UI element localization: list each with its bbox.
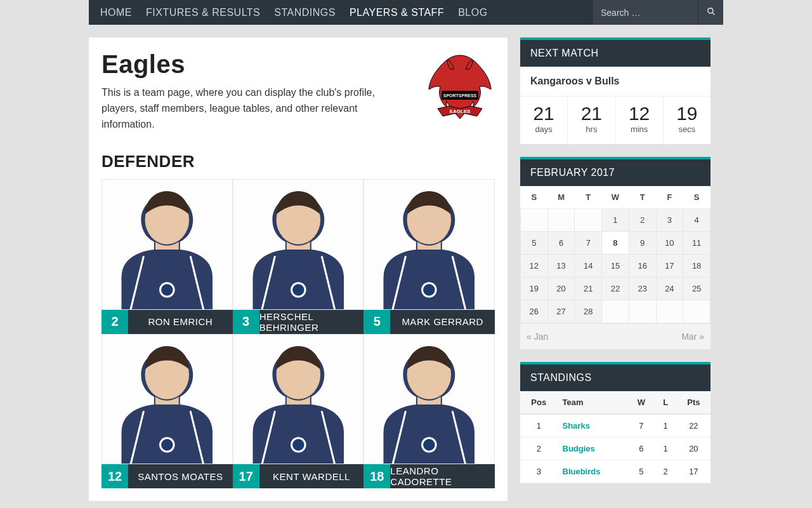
player-number: 12 bbox=[102, 464, 128, 488]
page-title: Eagles bbox=[102, 50, 406, 79]
calendar-day[interactable]: 27 bbox=[547, 300, 575, 323]
svg-line-1 bbox=[712, 13, 714, 15]
player-card[interactable]: 3 HERSCHEL BEHRINGER bbox=[233, 179, 364, 334]
calendar-dow: F bbox=[656, 186, 683, 209]
svg-point-34 bbox=[292, 439, 304, 450]
widget-next-match: NEXT MATCH Kangaroos v Bulls 21days21hrs… bbox=[520, 37, 710, 144]
widget-heading: FEBRUARY 2017 bbox=[520, 159, 710, 186]
calendar-day bbox=[656, 300, 683, 323]
top-nav: HOMEFIXTURES & RESULTSSTANDINGSPLAYERS &… bbox=[89, 0, 723, 25]
calendar-day[interactable]: 18 bbox=[683, 255, 710, 277]
calendar-day[interactable]: 13 bbox=[547, 255, 575, 277]
calendar-day[interactable]: 6 bbox=[547, 232, 575, 255]
calendar-day[interactable]: 19 bbox=[521, 277, 548, 300]
calendar-day[interactable]: 1 bbox=[602, 209, 629, 232]
calendar-day[interactable]: 21 bbox=[575, 277, 602, 300]
widget-standings: STANDINGS PosTeamWLPts 1Sharks71222Budgi… bbox=[520, 362, 710, 483]
standings-team-link[interactable]: Budgies bbox=[563, 444, 595, 453]
calendar-table: SMTWTFS 12345678910111213141516171819202… bbox=[520, 186, 710, 323]
widget-heading: STANDINGS bbox=[520, 364, 710, 391]
widget-heading: NEXT MATCH bbox=[520, 40, 710, 67]
calendar-day bbox=[683, 300, 710, 323]
search-form bbox=[593, 0, 723, 25]
player-number: 18 bbox=[363, 464, 390, 488]
calendar-day[interactable]: 16 bbox=[629, 255, 656, 277]
countdown-mins: 12mins bbox=[616, 97, 664, 144]
nav-item-standings[interactable]: STANDINGS bbox=[274, 7, 336, 18]
calendar-next[interactable]: Mar » bbox=[681, 331, 704, 342]
calendar-day[interactable]: 17 bbox=[656, 255, 683, 277]
next-match-title[interactable]: Kangaroos v Bulls bbox=[520, 67, 710, 97]
standings-col: Pos bbox=[520, 391, 558, 414]
player-name: KENT WARDELL bbox=[259, 464, 364, 488]
countdown: 21days21hrs12mins19secs bbox=[520, 97, 710, 144]
calendar-day[interactable]: 9 bbox=[629, 232, 656, 255]
countdown-secs: 19secs bbox=[664, 97, 710, 144]
player-number: 17 bbox=[233, 464, 259, 488]
calendar-day[interactable]: 26 bbox=[521, 300, 548, 323]
calendar-dow: S bbox=[683, 186, 710, 209]
calendar-day[interactable]: 24 bbox=[656, 277, 683, 300]
calendar-day[interactable]: 23 bbox=[629, 277, 656, 300]
player-photo bbox=[233, 179, 364, 310]
standings-row: 2Budgies6120 bbox=[520, 438, 710, 460]
calendar-dow: M bbox=[547, 186, 575, 209]
player-card[interactable]: 5 MARK GERRARD bbox=[363, 179, 495, 334]
search-icon bbox=[707, 8, 716, 18]
calendar-day[interactable]: 28 bbox=[575, 300, 602, 323]
calendar-day[interactable]: 11 bbox=[683, 232, 710, 255]
team-description: This is a team page, where you can displ… bbox=[102, 85, 406, 132]
nav-item-blog[interactable]: BLOG bbox=[458, 7, 487, 18]
player-photo bbox=[233, 334, 364, 465]
calendar-day[interactable]: 7 bbox=[575, 232, 602, 255]
calendar-day[interactable]: 2 bbox=[629, 209, 656, 232]
countdown-days: 21days bbox=[520, 97, 568, 144]
calendar-day[interactable]: 15 bbox=[602, 255, 629, 277]
calendar-day[interactable]: 3 bbox=[656, 209, 683, 232]
standings-col: W bbox=[628, 391, 655, 414]
calendar-day[interactable]: 14 bbox=[575, 255, 602, 277]
calendar-dow: S bbox=[521, 186, 548, 209]
calendar-prev[interactable]: « Jan bbox=[527, 331, 548, 342]
calendar-day bbox=[629, 300, 656, 323]
player-card[interactable]: 18 LEANDRO CADORETTE bbox=[363, 334, 495, 489]
player-number: 5 bbox=[363, 310, 390, 334]
calendar-day bbox=[575, 209, 602, 232]
countdown-hrs: 21hrs bbox=[568, 97, 615, 144]
standings-team-link[interactable]: Bluebirds bbox=[563, 467, 601, 476]
search-button[interactable] bbox=[698, 0, 723, 25]
player-number: 3 bbox=[233, 310, 259, 334]
nav-item-players-staff[interactable]: PLAYERS & STAFF bbox=[350, 7, 444, 18]
calendar-day bbox=[521, 209, 548, 232]
player-name: RON EMRICH bbox=[128, 310, 233, 334]
calendar-day[interactable]: 10 bbox=[656, 232, 683, 255]
calendar-dow: T bbox=[629, 186, 656, 209]
calendar-day[interactable]: 25 bbox=[683, 277, 710, 300]
search-input[interactable] bbox=[593, 0, 698, 25]
nav-item-home[interactable]: HOME bbox=[100, 7, 132, 18]
calendar-dow: T bbox=[575, 186, 602, 209]
section-heading-defender: DEFENDER bbox=[102, 152, 495, 171]
svg-point-22 bbox=[423, 284, 435, 295]
nav-item-fixtures-results[interactable]: FIXTURES & RESULTS bbox=[146, 7, 260, 18]
player-photo bbox=[102, 334, 233, 465]
calendar-day[interactable]: 8 bbox=[602, 232, 629, 255]
player-number: 2 bbox=[102, 310, 128, 334]
player-card[interactable]: 2 RON EMRICH bbox=[102, 179, 233, 334]
calendar-day[interactable]: 12 bbox=[521, 255, 548, 277]
player-name: SANTOS MOATES bbox=[128, 464, 233, 488]
player-card[interactable]: 17 KENT WARDELL bbox=[233, 334, 364, 489]
standings-team-link[interactable]: Sharks bbox=[563, 421, 590, 431]
calendar-day[interactable]: 20 bbox=[547, 277, 575, 300]
svg-point-10 bbox=[161, 284, 173, 295]
calendar-day[interactable]: 5 bbox=[521, 232, 548, 255]
svg-point-40 bbox=[423, 439, 435, 450]
standings-table: PosTeamWLPts 1Sharks71222Budgies61203Blu… bbox=[520, 391, 710, 483]
calendar-day[interactable]: 22 bbox=[602, 277, 629, 300]
standings-row: 3Bluebirds5217 bbox=[520, 460, 710, 483]
player-card[interactable]: 12 SANTOS MOATES bbox=[102, 334, 233, 489]
calendar-day[interactable]: 4 bbox=[683, 209, 710, 232]
standings-col: L bbox=[655, 391, 677, 414]
standings-row: 1Sharks7122 bbox=[520, 414, 710, 438]
player-name: HERSCHEL BEHRINGER bbox=[259, 310, 364, 334]
